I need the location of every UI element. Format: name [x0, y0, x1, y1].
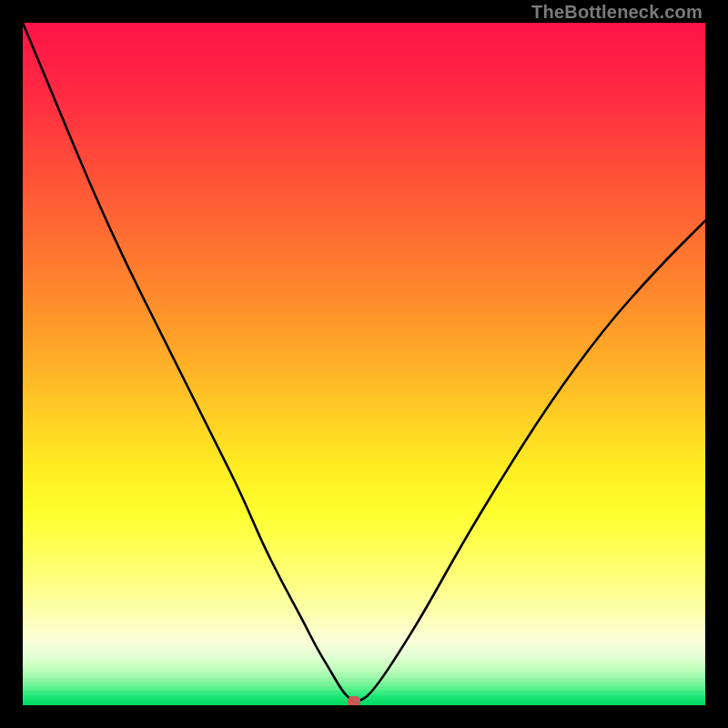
plot-area — [23, 23, 705, 705]
watermark-text: TheBottleneck.com — [531, 2, 703, 23]
chart-frame: TheBottleneck.com — [0, 0, 728, 728]
background-gradient — [23, 23, 705, 705]
optimal-point-marker — [348, 696, 360, 706]
